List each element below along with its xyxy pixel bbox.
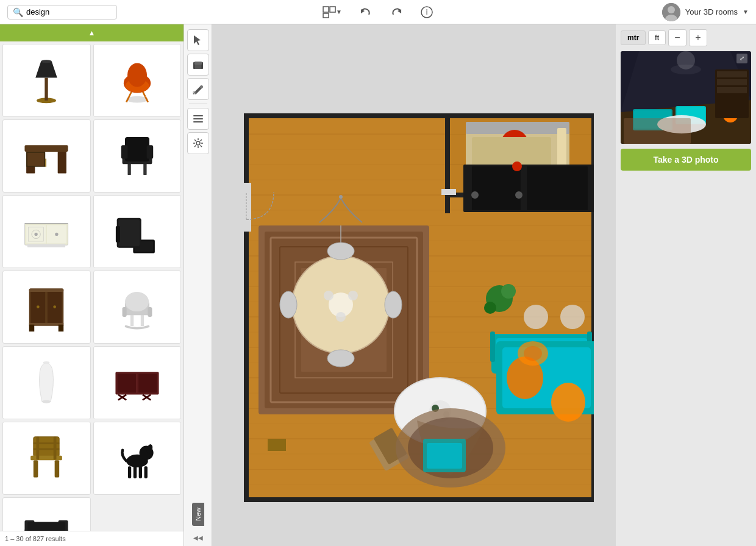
list-item[interactable]: [2, 346, 91, 419]
paint-tool-button[interactable]: [187, 78, 209, 100]
collapse-panel-button[interactable]: ◀◀: [193, 534, 203, 541]
svg-point-145: [348, 291, 358, 300]
preview-box: ⤢: [621, 51, 751, 144]
svg-rect-61: [122, 307, 126, 317]
svg-rect-177: [427, 443, 462, 469]
svg-point-55: [37, 305, 40, 308]
svg-rect-92: [27, 522, 65, 531]
list-item[interactable]: [2, 422, 91, 495]
svg-point-60: [125, 292, 149, 311]
list-item[interactable]: [93, 195, 182, 268]
header: 🔍 ▼ i: [0, 0, 756, 24]
list-item[interactable]: [2, 271, 91, 344]
redo-button[interactable]: [387, 4, 405, 21]
svg-rect-88: [144, 466, 147, 478]
svg-rect-77: [55, 460, 60, 477]
svg-rect-195: [624, 118, 691, 144]
svg-rect-22: [25, 145, 68, 152]
svg-rect-76: [34, 460, 38, 477]
svg-rect-101: [193, 118, 203, 119]
view-toggle-button[interactable]: ▼: [320, 4, 344, 21]
svg-rect-26: [27, 153, 45, 166]
svg-point-197: [671, 65, 701, 74]
svg-rect-62: [148, 307, 152, 317]
svg-point-130: [512, 161, 522, 171]
collapse-bar[interactable]: ▲: [0, 24, 184, 41]
svg-rect-0: [323, 7, 329, 12]
info-button[interactable]: i: [418, 3, 436, 21]
svg-rect-33: [146, 145, 153, 158]
svg-point-167: [524, 346, 542, 361]
search-input[interactable]: [26, 7, 112, 16]
svg-rect-31: [125, 137, 149, 161]
svg-rect-192: [717, 71, 747, 77]
svg-point-8: [668, 6, 675, 13]
select-tool-button[interactable]: [187, 29, 209, 51]
list-item[interactable]: [2, 497, 91, 531]
list-item[interactable]: [93, 271, 182, 344]
header-center-tools: ▼ i: [320, 3, 436, 21]
svg-rect-67: [138, 374, 157, 393]
svg-point-155: [560, 305, 585, 329]
unit-ft-button[interactable]: ft: [648, 30, 666, 45]
svg-point-153: [501, 284, 516, 299]
svg-rect-119: [441, 189, 456, 195]
search-box[interactable]: 🔍: [7, 5, 117, 20]
svg-rect-46: [118, 219, 140, 246]
list-item[interactable]: [93, 44, 182, 117]
pagination-text: 1 – 30 of 827 results: [5, 535, 66, 542]
svg-point-152: [484, 302, 496, 314]
list-item[interactable]: [93, 119, 182, 193]
unit-mtr-button[interactable]: mtr: [621, 30, 646, 45]
search-icon: 🔍: [13, 7, 23, 17]
pagination-bar: 1 – 30 of 827 results: [0, 531, 184, 546]
list-item[interactable]: [93, 422, 182, 495]
list-item[interactable]: [2, 195, 91, 268]
zoom-minus-button[interactable]: −: [668, 29, 686, 46]
svg-rect-100: [193, 115, 203, 116]
zoom-plus-button[interactable]: +: [689, 29, 707, 46]
svg-rect-27: [45, 158, 46, 166]
list-item[interactable]: [93, 346, 182, 419]
svg-rect-11: [45, 78, 48, 101]
furniture-grid: [0, 41, 184, 531]
svg-point-56: [54, 305, 57, 308]
list-item[interactable]: [2, 119, 91, 193]
svg-point-148: [327, 350, 354, 367]
svg-rect-80: [34, 442, 59, 444]
svg-rect-102: [193, 121, 203, 122]
rooms-dropdown-arrow[interactable]: ▼: [743, 9, 749, 15]
svg-rect-97: [194, 62, 202, 65]
svg-rect-194: [717, 87, 747, 93]
svg-point-39: [55, 233, 58, 236]
settings-tool-button[interactable]: [187, 132, 209, 154]
canvas-area[interactable]: [212, 24, 616, 546]
collapse-arrow: ▲: [88, 29, 96, 37]
svg-point-38: [35, 233, 38, 236]
svg-point-129: [515, 191, 522, 199]
svg-point-98: [200, 85, 203, 88]
svg-point-13: [41, 60, 52, 63]
svg-line-18: [143, 91, 145, 97]
svg-point-149: [280, 291, 297, 318]
floor-plan: [234, 43, 594, 506]
list-item[interactable]: [2, 44, 91, 117]
new-panel-button[interactable]: New: [192, 503, 204, 526]
your-rooms-link[interactable]: Your 3D rooms: [685, 7, 738, 16]
svg-rect-24: [58, 152, 66, 174]
svg-point-141: [339, 195, 343, 199]
svg-rect-40: [27, 244, 65, 247]
svg-rect-193: [717, 79, 747, 85]
svg-rect-126: [472, 166, 521, 210]
svg-rect-87: [138, 466, 141, 478]
svg-rect-127: [527, 166, 588, 210]
svg-rect-178: [268, 439, 286, 451]
svg-rect-118: [243, 183, 251, 232]
svg-rect-1: [330, 7, 335, 12]
left-panel: ▲: [0, 24, 184, 546]
list-tool-button[interactable]: [187, 108, 209, 130]
svg-point-154: [524, 305, 548, 329]
move-tool-button[interactable]: [187, 54, 209, 76]
take-3d-photo-button[interactable]: Take a 3D photo: [621, 149, 751, 171]
undo-button[interactable]: [357, 4, 375, 21]
